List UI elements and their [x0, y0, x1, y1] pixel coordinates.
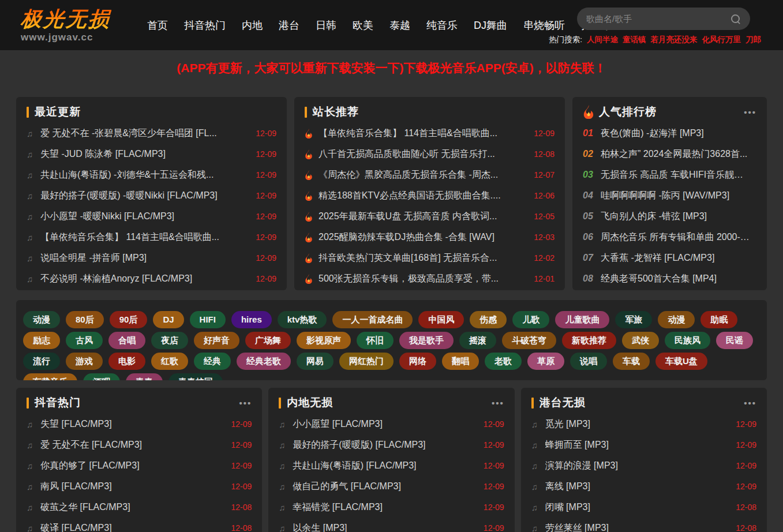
tag-pill[interactable]: 夜店	[151, 332, 188, 349]
tag-pill[interactable]: 摇滚	[459, 332, 496, 349]
song-item[interactable]: ♫ 破译 [FLAC/MP3] 12-08	[27, 518, 252, 532]
song-item[interactable]: 【单依纯音乐合集】 114首主唱&合唱歌曲... 12-09	[305, 123, 555, 144]
tag-pill[interactable]: 说唱	[570, 353, 607, 370]
song-item[interactable]: 精选188首KTV必点经典国语无损歌曲合集.... 12-06	[305, 185, 555, 206]
tag-pill[interactable]: 好声音	[194, 332, 239, 349]
tag-pill[interactable]: 合唱	[108, 332, 145, 349]
song-item[interactable]: ♫ 最好的搭子(暖暖版) [FLAC/MP3] 12-09	[279, 434, 504, 455]
tag-pill[interactable]: 酒吧	[83, 373, 120, 380]
tag-pill[interactable]: 草原	[527, 353, 564, 370]
song-item[interactable]: ♫ 失望 -JUD 陈泳希 [FLAC/MP3] 12-09	[27, 144, 276, 164]
tag-pill[interactable]: 经典老歌	[237, 353, 291, 370]
tag-pill[interactable]: 古风	[66, 332, 103, 349]
nav-link[interactable]: 串烧畅听	[523, 20, 565, 31]
nav-link[interactable]: 港台	[279, 20, 299, 31]
hot-search-term[interactable]: 人间半途	[587, 35, 618, 45]
song-item[interactable]: 500张无损音乐专辑，极致高品质享受，带... 12-01	[305, 268, 555, 289]
tag-pill[interactable]: 动漫	[23, 311, 60, 328]
tag-pill[interactable]: 伤感	[470, 311, 507, 328]
hot-search-term[interactable]: 化风行万里	[702, 35, 741, 45]
song-item[interactable]: ♫ 你真的够了 [FLAC/MP3] 12-09	[27, 455, 252, 476]
search-input[interactable]	[586, 14, 730, 24]
nav-link[interactable]: 泰越	[389, 20, 410, 31]
ranking-item[interactable]: 04 哇啊啊啊啊啊 -陈丙 [WAV/MP3]	[583, 185, 756, 206]
tag-pill[interactable]: 我是歌手	[399, 332, 454, 349]
song-item[interactable]: ♫ 【单依纯音乐合集】 114首主唱&合唱歌曲... 12-09	[27, 227, 276, 248]
song-item[interactable]: ♫ 以余生 [MP3] 12-09	[279, 518, 504, 532]
ranking-item[interactable]: 02 柏林之声” 2024全网最热门3628首...	[583, 144, 756, 164]
nav-link[interactable]: 内地	[242, 20, 263, 31]
song-item[interactable]: ♫ 失望 [FLAC/MP3] 12-09	[27, 414, 252, 434]
tag-pill[interactable]: 斗破苍穹	[502, 332, 556, 349]
tag-pill[interactable]: hires	[231, 311, 272, 328]
search-icon[interactable]	[730, 14, 741, 24]
tag-pill[interactable]: 翻唱	[442, 353, 479, 370]
tag-pill[interactable]: 电影	[108, 353, 145, 370]
hot-search-term[interactable]: 童话镇	[623, 35, 646, 45]
song-item[interactable]: ♫ 蜂拥而至 [MP3] 12-09	[531, 434, 756, 455]
tag-pill[interactable]: DJ	[153, 311, 183, 328]
tag-pill[interactable]: HIFI	[190, 311, 226, 328]
nav-link[interactable]: 抖音热门	[184, 20, 226, 31]
song-item[interactable]: ♫ 小小愿望 [FLAC/MP3] 12-09	[279, 414, 504, 434]
song-item[interactable]: ♫ 说唱全明星 -拼音师 [MP3] 12-09	[27, 248, 276, 268]
song-item[interactable]: 八千首无损高品质歌曲随心听 无损音乐打... 12-08	[305, 144, 555, 164]
site-logo[interactable]: 极光无损 www.jgwav.cc	[21, 5, 111, 43]
tag-pill[interactable]: 动漫	[658, 311, 695, 328]
song-item[interactable]: 《周杰伦》黑胶高品质无损音乐合集 -周杰... 12-07	[305, 164, 555, 185]
song-item[interactable]: ♫ 爱 无处不在 [FLAC/MP3] 12-09	[27, 434, 252, 455]
tag-pill[interactable]: 老歌	[485, 353, 522, 370]
tag-pill[interactable]: 经典	[194, 353, 231, 370]
tag-pill[interactable]: 80后	[66, 311, 104, 328]
song-item[interactable]: 抖音欧美热门英文单曲[168首] 无损音乐合... 12-02	[305, 248, 555, 268]
tag-pill[interactable]: 助眠	[700, 311, 737, 328]
ranking-item[interactable]: 01 夜色(箫曲) -赵海洋 [MP3]	[583, 123, 756, 144]
tag-pill[interactable]: 青春	[126, 373, 163, 380]
announcement-link[interactable]: (APP有更新，大家可以重新下载安装一下)下载极光音乐APP(安卓)，以防失联！	[177, 60, 606, 76]
nav-link[interactable]: 日韩	[316, 20, 336, 31]
ranking-item[interactable]: 07 大香蕉 -龙智祥 [FLAC/MP3]	[583, 248, 756, 268]
song-item[interactable]: ♫ 做自己的勇气 [FLAC/MP3] 12-09	[279, 476, 504, 497]
tag-pill[interactable]: 车载音乐	[23, 373, 77, 380]
ranking-item[interactable]: 03 无损音乐 高品质 车载HIFI音乐靓碟 ...	[583, 164, 756, 185]
tag-pill[interactable]: 青春校园	[168, 373, 223, 380]
tag-pill[interactable]: 一人一首成名曲	[332, 311, 413, 328]
song-item[interactable]: 2025年最新车载U盘 无损高音质 内含歌词... 12-05	[305, 206, 555, 227]
tag-pill[interactable]: 武侠	[622, 332, 659, 349]
nav-link[interactable]: 纯音乐	[426, 20, 458, 31]
song-item[interactable]: ♫ 觅光 [MP3] 12-09	[531, 414, 756, 434]
tag-pill[interactable]: 儿歌	[512, 311, 549, 328]
ranking-item[interactable]: 05 飞向别人的床 -错弦 [MP3]	[583, 206, 756, 227]
tag-pill[interactable]: 车载U盘	[655, 353, 707, 370]
tag-pill[interactable]: 网红热门	[339, 353, 394, 370]
tag-pill[interactable]: 游戏	[66, 353, 103, 370]
song-item[interactable]: ♫ 共赴山海(粤语版) [FLAC/MP3] 12-09	[279, 455, 504, 476]
tag-pill[interactable]: 车载	[613, 353, 650, 370]
song-item[interactable]: ♫ 不必说明 -林渝植Anoryz [FLAC/MP3] 12-09	[27, 268, 276, 289]
nav-link[interactable]: 欧美	[353, 20, 373, 31]
song-item[interactable]: ♫ 南风 [FLAC/MP3] 12-09	[27, 476, 252, 497]
nav-link[interactable]: 首页	[147, 20, 168, 31]
tag-pill[interactable]: 民谣	[716, 332, 753, 349]
hot-search-term[interactable]: 刀郎	[745, 35, 761, 45]
song-item[interactable]: ♫ 闭嘴 [MP3] 12-08	[531, 497, 756, 518]
more-menu-icon[interactable]: •••	[744, 108, 756, 117]
ranking-item[interactable]: 06 周杰伦音乐 所有专辑和单曲 2000-2...	[583, 227, 756, 248]
song-item[interactable]: 2025醒脑劲辣车载DJ热曲合集 -合集 [WAV] 12-03	[305, 227, 555, 248]
nav-link[interactable]: DJ舞曲	[474, 20, 507, 31]
tag-pill[interactable]: 广场舞	[245, 332, 291, 349]
more-menu-icon[interactable]: •••	[744, 399, 756, 407]
more-menu-icon[interactable]: •••	[239, 399, 252, 407]
song-item[interactable]: ♫ 幸福错觉 [FLAC/MP3] 12-09	[279, 497, 504, 518]
tag-pill[interactable]: 新歌推荐	[562, 332, 616, 349]
tag-pill[interactable]: 怀旧	[357, 332, 394, 349]
song-item[interactable]: ♫ 劳丝莱丝 [MP3] 12-08	[531, 518, 756, 532]
song-item[interactable]: ♫ 小小愿望 -暖暖Nikki [FLAC/MP3] 12-09	[27, 206, 276, 227]
tag-pill[interactable]: 网络	[399, 353, 436, 370]
more-menu-icon[interactable]: •••	[492, 399, 504, 407]
hot-search-term[interactable]: 若月亮还没来	[651, 35, 698, 45]
tag-pill[interactable]: 中国风	[418, 311, 464, 328]
tag-pill[interactable]: 军旅	[615, 311, 652, 328]
tag-pill[interactable]: 90后	[110, 311, 148, 328]
tag-pill[interactable]: 励志	[23, 332, 60, 349]
